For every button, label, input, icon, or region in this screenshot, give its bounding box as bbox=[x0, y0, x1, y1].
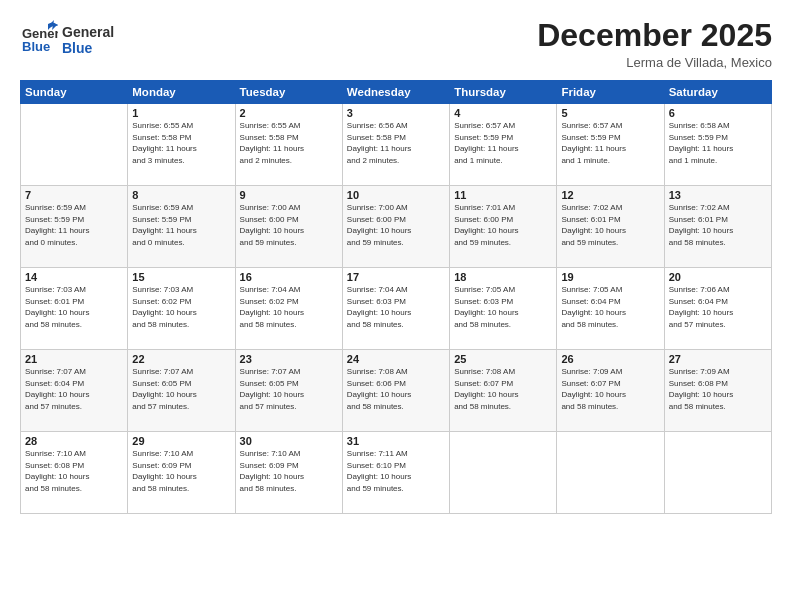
table-row: 27Sunrise: 7:09 AMSunset: 6:08 PMDayligh… bbox=[664, 350, 771, 432]
header-monday: Monday bbox=[128, 81, 235, 104]
day-number: 26 bbox=[561, 353, 659, 365]
cell-info: Sunrise: 7:07 AMSunset: 6:05 PMDaylight:… bbox=[240, 366, 338, 412]
table-row: 3Sunrise: 6:56 AMSunset: 5:58 PMDaylight… bbox=[342, 104, 449, 186]
day-number: 20 bbox=[669, 271, 767, 283]
day-number: 10 bbox=[347, 189, 445, 201]
day-number: 23 bbox=[240, 353, 338, 365]
cell-info: Sunrise: 7:08 AMSunset: 6:07 PMDaylight:… bbox=[454, 366, 552, 412]
day-number: 9 bbox=[240, 189, 338, 201]
day-number: 14 bbox=[25, 271, 123, 283]
table-row: 17Sunrise: 7:04 AMSunset: 6:03 PMDayligh… bbox=[342, 268, 449, 350]
calendar-week-row: 1Sunrise: 6:55 AMSunset: 5:58 PMDaylight… bbox=[21, 104, 772, 186]
header-sunday: Sunday bbox=[21, 81, 128, 104]
cell-info: Sunrise: 6:59 AMSunset: 5:59 PMDaylight:… bbox=[132, 202, 230, 248]
table-row: 20Sunrise: 7:06 AMSunset: 6:04 PMDayligh… bbox=[664, 268, 771, 350]
day-number: 31 bbox=[347, 435, 445, 447]
logo-line1: General bbox=[62, 24, 114, 40]
cell-info: Sunrise: 6:57 AMSunset: 5:59 PMDaylight:… bbox=[561, 120, 659, 166]
day-number: 21 bbox=[25, 353, 123, 365]
table-row: 8Sunrise: 6:59 AMSunset: 5:59 PMDaylight… bbox=[128, 186, 235, 268]
cell-info: Sunrise: 7:08 AMSunset: 6:06 PMDaylight:… bbox=[347, 366, 445, 412]
day-number: 17 bbox=[347, 271, 445, 283]
table-row: 13Sunrise: 7:02 AMSunset: 6:01 PMDayligh… bbox=[664, 186, 771, 268]
table-row: 1Sunrise: 6:55 AMSunset: 5:58 PMDaylight… bbox=[128, 104, 235, 186]
month-title: December 2025 bbox=[537, 18, 772, 53]
table-row bbox=[557, 432, 664, 514]
cell-info: Sunrise: 7:10 AMSunset: 6:09 PMDaylight:… bbox=[132, 448, 230, 494]
day-number: 8 bbox=[132, 189, 230, 201]
cell-info: Sunrise: 7:09 AMSunset: 6:08 PMDaylight:… bbox=[669, 366, 767, 412]
table-row: 12Sunrise: 7:02 AMSunset: 6:01 PMDayligh… bbox=[557, 186, 664, 268]
page-header: General Blue General Blue December 2025 … bbox=[20, 18, 772, 70]
calendar-header-row: Sunday Monday Tuesday Wednesday Thursday… bbox=[21, 81, 772, 104]
day-number: 18 bbox=[454, 271, 552, 283]
logo-icon: General Blue bbox=[20, 18, 58, 56]
day-number: 29 bbox=[132, 435, 230, 447]
calendar-week-row: 28Sunrise: 7:10 AMSunset: 6:08 PMDayligh… bbox=[21, 432, 772, 514]
cell-info: Sunrise: 6:56 AMSunset: 5:58 PMDaylight:… bbox=[347, 120, 445, 166]
day-number: 27 bbox=[669, 353, 767, 365]
day-number: 4 bbox=[454, 107, 552, 119]
cell-info: Sunrise: 7:07 AMSunset: 6:05 PMDaylight:… bbox=[132, 366, 230, 412]
table-row: 19Sunrise: 7:05 AMSunset: 6:04 PMDayligh… bbox=[557, 268, 664, 350]
table-row: 25Sunrise: 7:08 AMSunset: 6:07 PMDayligh… bbox=[450, 350, 557, 432]
day-number: 3 bbox=[347, 107, 445, 119]
day-number: 30 bbox=[240, 435, 338, 447]
day-number: 19 bbox=[561, 271, 659, 283]
table-row: 5Sunrise: 6:57 AMSunset: 5:59 PMDaylight… bbox=[557, 104, 664, 186]
day-number: 15 bbox=[132, 271, 230, 283]
cell-info: Sunrise: 6:58 AMSunset: 5:59 PMDaylight:… bbox=[669, 120, 767, 166]
table-row: 31Sunrise: 7:11 AMSunset: 6:10 PMDayligh… bbox=[342, 432, 449, 514]
calendar-week-row: 14Sunrise: 7:03 AMSunset: 6:01 PMDayligh… bbox=[21, 268, 772, 350]
cell-info: Sunrise: 7:05 AMSunset: 6:04 PMDaylight:… bbox=[561, 284, 659, 330]
day-number: 2 bbox=[240, 107, 338, 119]
cell-info: Sunrise: 7:05 AMSunset: 6:03 PMDaylight:… bbox=[454, 284, 552, 330]
table-row: 23Sunrise: 7:07 AMSunset: 6:05 PMDayligh… bbox=[235, 350, 342, 432]
cell-info: Sunrise: 7:09 AMSunset: 6:07 PMDaylight:… bbox=[561, 366, 659, 412]
header-wednesday: Wednesday bbox=[342, 81, 449, 104]
calendar-week-row: 21Sunrise: 7:07 AMSunset: 6:04 PMDayligh… bbox=[21, 350, 772, 432]
table-row: 9Sunrise: 7:00 AMSunset: 6:00 PMDaylight… bbox=[235, 186, 342, 268]
table-row: 10Sunrise: 7:00 AMSunset: 6:00 PMDayligh… bbox=[342, 186, 449, 268]
cell-info: Sunrise: 6:59 AMSunset: 5:59 PMDaylight:… bbox=[25, 202, 123, 248]
logo: General Blue General Blue bbox=[20, 18, 114, 60]
table-row: 26Sunrise: 7:09 AMSunset: 6:07 PMDayligh… bbox=[557, 350, 664, 432]
day-number: 11 bbox=[454, 189, 552, 201]
day-number: 7 bbox=[25, 189, 123, 201]
cell-info: Sunrise: 7:02 AMSunset: 6:01 PMDaylight:… bbox=[669, 202, 767, 248]
table-row: 2Sunrise: 6:55 AMSunset: 5:58 PMDaylight… bbox=[235, 104, 342, 186]
table-row bbox=[450, 432, 557, 514]
table-row: 15Sunrise: 7:03 AMSunset: 6:02 PMDayligh… bbox=[128, 268, 235, 350]
header-saturday: Saturday bbox=[664, 81, 771, 104]
table-row: 18Sunrise: 7:05 AMSunset: 6:03 PMDayligh… bbox=[450, 268, 557, 350]
day-number: 16 bbox=[240, 271, 338, 283]
table-row bbox=[664, 432, 771, 514]
calendar-week-row: 7Sunrise: 6:59 AMSunset: 5:59 PMDaylight… bbox=[21, 186, 772, 268]
table-row: 29Sunrise: 7:10 AMSunset: 6:09 PMDayligh… bbox=[128, 432, 235, 514]
cell-info: Sunrise: 7:04 AMSunset: 6:03 PMDaylight:… bbox=[347, 284, 445, 330]
day-number: 13 bbox=[669, 189, 767, 201]
calendar-table: Sunday Monday Tuesday Wednesday Thursday… bbox=[20, 80, 772, 514]
table-row: 7Sunrise: 6:59 AMSunset: 5:59 PMDaylight… bbox=[21, 186, 128, 268]
cell-info: Sunrise: 6:55 AMSunset: 5:58 PMDaylight:… bbox=[132, 120, 230, 166]
cell-info: Sunrise: 7:10 AMSunset: 6:09 PMDaylight:… bbox=[240, 448, 338, 494]
table-row: 4Sunrise: 6:57 AMSunset: 5:59 PMDaylight… bbox=[450, 104, 557, 186]
cell-info: Sunrise: 7:07 AMSunset: 6:04 PMDaylight:… bbox=[25, 366, 123, 412]
cell-info: Sunrise: 7:00 AMSunset: 6:00 PMDaylight:… bbox=[240, 202, 338, 248]
header-tuesday: Tuesday bbox=[235, 81, 342, 104]
day-number: 22 bbox=[132, 353, 230, 365]
table-row: 16Sunrise: 7:04 AMSunset: 6:02 PMDayligh… bbox=[235, 268, 342, 350]
table-row: 22Sunrise: 7:07 AMSunset: 6:05 PMDayligh… bbox=[128, 350, 235, 432]
table-row bbox=[21, 104, 128, 186]
title-block: December 2025 Lerma de Villada, Mexico bbox=[537, 18, 772, 70]
cell-info: Sunrise: 6:57 AMSunset: 5:59 PMDaylight:… bbox=[454, 120, 552, 166]
calendar-page: General Blue General Blue December 2025 … bbox=[0, 0, 792, 612]
day-number: 5 bbox=[561, 107, 659, 119]
svg-text:Blue: Blue bbox=[22, 39, 50, 54]
table-row: 28Sunrise: 7:10 AMSunset: 6:08 PMDayligh… bbox=[21, 432, 128, 514]
location-subtitle: Lerma de Villada, Mexico bbox=[537, 55, 772, 70]
cell-info: Sunrise: 7:03 AMSunset: 6:02 PMDaylight:… bbox=[132, 284, 230, 330]
day-number: 1 bbox=[132, 107, 230, 119]
cell-info: Sunrise: 7:02 AMSunset: 6:01 PMDaylight:… bbox=[561, 202, 659, 248]
table-row: 11Sunrise: 7:01 AMSunset: 6:00 PMDayligh… bbox=[450, 186, 557, 268]
